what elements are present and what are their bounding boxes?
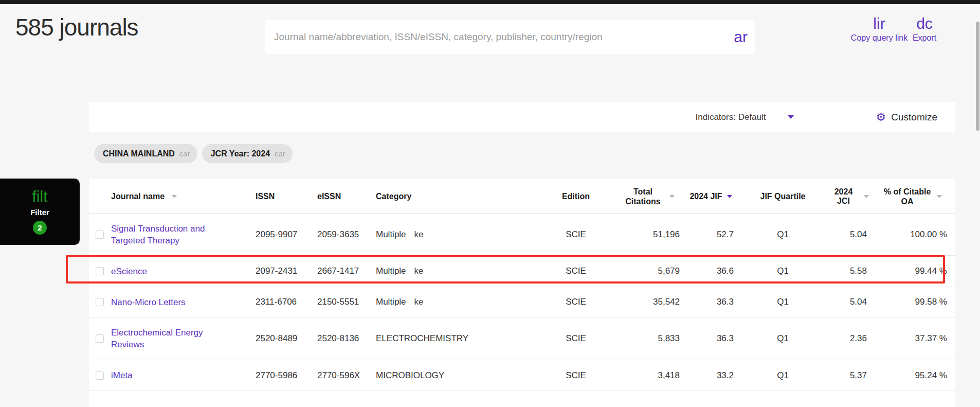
jif-quartile-cell: Q1	[738, 266, 828, 276]
journal-link[interactable]: eScience	[111, 266, 147, 277]
eissn-cell: 2520-8136	[314, 333, 373, 344]
indicators-dropdown[interactable]: Indicators: Default	[696, 112, 794, 122]
jci-cell: 5.37	[828, 370, 869, 381]
category-label: Multiple	[376, 229, 406, 240]
journal-link[interactable]: Nano-Micro Letters	[111, 296, 186, 308]
export-button[interactable]: dc Export	[906, 15, 942, 43]
cancel-icon[interactable]: car	[179, 149, 190, 158]
total-citations-cell: 5,833	[612, 333, 684, 344]
jif-quartile-cell: Q1	[738, 297, 828, 307]
category-cell: MICROBIOLOGY	[373, 370, 540, 381]
column-header-citable-oa[interactable]: % of Citable OA	[869, 187, 955, 206]
jci-cell: 5.58	[828, 266, 869, 276]
expand-categories-icon[interactable]: ke	[414, 266, 424, 276]
journal-link[interactable]: Signal Transduction and Targeted Therapy	[111, 223, 222, 246]
category-cell: Multipleke	[373, 229, 540, 240]
row-checkbox-cell	[89, 298, 110, 306]
indicators-toolbar: Indicators: Default ⚙ Customize	[89, 102, 955, 132]
column-header-2024-jci[interactable]: 2024 JCI	[828, 187, 869, 206]
column-header-total-citations[interactable]: Total Citations	[612, 187, 684, 206]
search-box[interactable]: ar	[265, 20, 755, 54]
journal-name-cell: Signal Transduction and Targeted Therapy	[110, 223, 252, 246]
category-label: ELECTROCHEMISTRY	[376, 333, 468, 344]
jif-cell: 52.7	[684, 229, 738, 240]
cancel-icon[interactable]: car	[275, 149, 285, 158]
export-label: Export	[906, 33, 942, 43]
jif-cell: 36.3	[684, 333, 738, 344]
citable-oa-cell: 100.00 %	[869, 229, 955, 240]
citable-oa-cell: 99.44 %	[869, 266, 955, 276]
category-label: MICROBIOLOGY	[376, 370, 444, 381]
gear-icon: ⚙	[876, 112, 886, 123]
filter-panel-label: Filter	[30, 208, 49, 217]
search-icon[interactable]: ar	[734, 29, 748, 45]
vertical-scrollbar-thumb[interactable]	[976, 22, 979, 131]
row-checkbox[interactable]	[96, 334, 104, 343]
jif-quartile-cell: Q1	[738, 333, 828, 344]
category-label: Multiple	[376, 297, 406, 307]
eissn-cell: 2059-3635	[314, 229, 373, 240]
copy-query-link-button[interactable]: lir Copy query link	[846, 15, 913, 43]
citable-oa-cell: 37.37 %	[869, 333, 955, 344]
column-label: Edition	[562, 192, 590, 201]
row-checkbox-cell	[89, 371, 110, 380]
customize-button[interactable]: ⚙ Customize	[876, 112, 937, 123]
search-input[interactable]	[274, 31, 734, 43]
sort-caret-icon	[172, 195, 177, 198]
journal-link[interactable]: iMeta	[111, 369, 133, 381]
column-label: Journal name	[111, 192, 165, 201]
total-citations-cell: 51,196	[612, 229, 684, 240]
column-label: ISSN	[256, 192, 275, 201]
top-bar	[0, 0, 980, 4]
column-header-journal-name[interactable]: Journal name	[110, 192, 252, 201]
column-header-2024-jif[interactable]: 2024 JIF	[684, 192, 738, 201]
eissn-cell: 2667-1417	[314, 266, 373, 276]
table-row: iMeta2770-59862770-596XMICROBIOLOGYSCIE3…	[89, 360, 955, 391]
filter-chip-region[interactable]: CHINA MAINLAND car	[94, 144, 197, 163]
column-label: Total Citations	[622, 187, 665, 206]
column-header-issn: ISSN	[252, 192, 314, 201]
jci-cell: 2.36	[828, 333, 869, 344]
sort-caret-icon	[937, 195, 942, 198]
jif-cell: 36.3	[684, 297, 738, 307]
jif-cell: 36.6	[684, 266, 738, 276]
table-body: Signal Transduction and Targeted Therapy…	[89, 214, 955, 391]
jci-cell: 5.04	[828, 297, 869, 307]
issn-cell: 2311-6706	[252, 297, 314, 307]
column-label: % of Citable OA	[883, 187, 932, 206]
citable-oa-cell: 99.58 %	[869, 297, 955, 307]
table-row: Signal Transduction and Targeted Therapy…	[89, 214, 955, 256]
journal-name-cell: iMeta	[110, 369, 252, 381]
edition-cell: SCIE	[540, 370, 612, 381]
category-cell: ELECTROCHEMISTRY	[373, 333, 540, 344]
row-checkbox[interactable]	[96, 371, 104, 380]
issn-cell: 2097-2431	[252, 266, 314, 276]
category-label: Multiple	[376, 266, 406, 276]
page-title: 585 journals	[15, 13, 138, 41]
column-header-edition: Edition	[540, 192, 612, 201]
table-row: Nano-Micro Letters2311-67062150-5551Mult…	[89, 287, 955, 317]
sort-caret-icon	[669, 195, 675, 198]
row-checkbox-cell	[89, 334, 110, 343]
category-cell: Multipleke	[373, 266, 540, 276]
expand-categories-icon[interactable]: ke	[414, 229, 424, 240]
journal-link[interactable]: Electrochemical Energy Reviews	[111, 327, 222, 350]
journals-table: Journal name ISSN eISSN Category Edition…	[89, 179, 955, 407]
column-header-eissn: eISSN	[314, 192, 373, 201]
indicators-dropdown-label: Indicators: Default	[696, 112, 766, 122]
filter-chip-jcr-year[interactable]: JCR Year: 2024 car	[202, 144, 293, 163]
filter-panel-toggle[interactable]: filt Filter 2	[0, 179, 80, 245]
total-citations-cell: 3,418	[612, 370, 684, 381]
jif-quartile-cell: Q1	[738, 229, 828, 240]
category-cell: Multipleke	[373, 297, 540, 307]
issn-cell: 2095-9907	[252, 229, 314, 240]
row-checkbox[interactable]	[96, 267, 104, 275]
copy-query-link-label: Copy query link	[846, 33, 913, 43]
journal-name-cell: eScience	[110, 266, 252, 277]
column-label: Category	[376, 192, 411, 201]
filter-chip-label: CHINA MAINLAND	[103, 149, 175, 158]
edition-cell: SCIE	[540, 229, 612, 240]
expand-categories-icon[interactable]: ke	[414, 297, 424, 307]
row-checkbox[interactable]	[96, 298, 104, 306]
row-checkbox[interactable]	[96, 231, 104, 239]
